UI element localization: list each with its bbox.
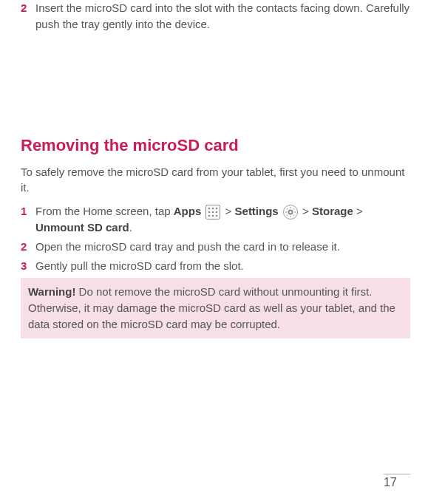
settings-label: Settings bbox=[235, 205, 279, 217]
step-number: 2 bbox=[21, 239, 30, 255]
svg-point-3 bbox=[216, 208, 218, 210]
warning-box: Warning! Do not remove the microSD card … bbox=[21, 278, 410, 338]
svg-point-4 bbox=[208, 211, 211, 214]
unmount-label: Unmount SD card bbox=[35, 221, 129, 234]
step-text: Gently pull the microSD card from the sl… bbox=[35, 258, 410, 274]
step-suffix: . bbox=[129, 221, 132, 234]
section-heading-removing-microsd: Removing the microSD card bbox=[21, 136, 410, 155]
step-number: 2 bbox=[21, 0, 30, 33]
step-number: 3 bbox=[21, 258, 30, 274]
svg-point-6 bbox=[216, 211, 218, 214]
step-text: Open the microSD card tray and push the … bbox=[35, 239, 410, 255]
step-text: Insert the microSD card into the slot wi… bbox=[35, 0, 410, 33]
apps-icon bbox=[205, 205, 220, 219]
separator: > bbox=[299, 205, 312, 217]
svg-point-9 bbox=[216, 215, 218, 217]
page-number: 17 bbox=[384, 474, 410, 489]
settings-icon bbox=[283, 205, 298, 219]
svg-point-1 bbox=[208, 208, 211, 210]
apps-label: Apps bbox=[174, 205, 202, 217]
step-number: 1 bbox=[21, 203, 30, 236]
step-item: 2 Insert the microSD card into the slot … bbox=[21, 0, 410, 33]
separator: > bbox=[353, 205, 363, 217]
step-item: 2 Open the microSD card tray and push th… bbox=[21, 239, 410, 255]
step-item: 1 From the Home screen, tap Apps > Setti… bbox=[21, 203, 410, 236]
warning-label: Warning! bbox=[28, 285, 75, 298]
svg-point-5 bbox=[212, 211, 214, 214]
svg-point-12 bbox=[289, 211, 291, 213]
separator: > bbox=[222, 205, 234, 217]
step-prefix: From the Home screen, tap bbox=[35, 205, 174, 217]
page-number-value: 17 bbox=[384, 476, 397, 488]
svg-point-8 bbox=[212, 215, 214, 217]
step-text: From the Home screen, tap Apps > Setting… bbox=[35, 203, 410, 236]
svg-point-2 bbox=[212, 208, 214, 210]
svg-point-7 bbox=[208, 215, 211, 217]
section-intro: To safely remove the microSD card from y… bbox=[21, 164, 410, 197]
step-item: 3 Gently pull the microSD card from the … bbox=[21, 258, 410, 274]
warning-text: Do not remove the microSD card without u… bbox=[28, 285, 395, 330]
storage-label: Storage bbox=[312, 205, 353, 217]
